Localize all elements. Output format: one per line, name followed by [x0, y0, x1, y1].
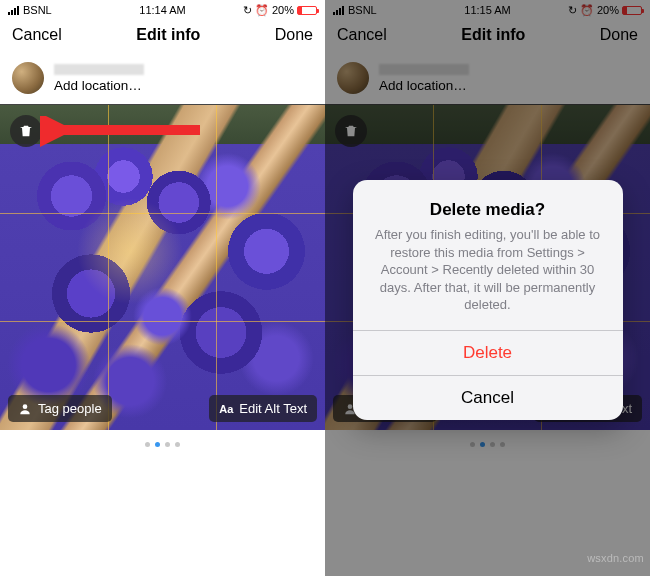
alert-title: Delete media?: [371, 200, 605, 220]
dot-active[interactable]: [155, 442, 160, 447]
cancel-button[interactable]: Cancel: [12, 26, 62, 44]
edit-alt-label: Edit Alt Text: [239, 401, 307, 416]
edit-alt-text-button[interactable]: Aa Edit Alt Text: [209, 395, 317, 422]
svg-point-1: [23, 404, 28, 409]
screen-edit-info: BSNL 11:14 AM ↻ ⏰ 20% Cancel Edit info D…: [0, 0, 325, 576]
done-button[interactable]: Done: [275, 26, 313, 44]
alarm-icon: ⏰: [255, 4, 269, 17]
add-location-button[interactable]: Add location…: [54, 78, 313, 93]
delete-media-button[interactable]: [10, 115, 42, 147]
dot[interactable]: [175, 442, 180, 447]
watermark: wsxdn.com: [587, 552, 644, 564]
dot[interactable]: [165, 442, 170, 447]
username-redacted: [54, 64, 144, 75]
status-time: 11:14 AM: [139, 4, 185, 16]
post-header: Add location…: [0, 54, 325, 105]
page-title: Edit info: [136, 26, 200, 44]
person-icon: [18, 402, 32, 416]
nav-bar: Cancel Edit info Done: [0, 18, 325, 54]
tag-people-button[interactable]: Tag people: [8, 395, 112, 422]
alert-cancel-button[interactable]: Cancel: [353, 375, 623, 420]
screen-delete-dialog: BSNL 11:15 AM ↻ ⏰ 20% Cancel Edit info D…: [325, 0, 650, 576]
carrier-label: BSNL: [23, 4, 52, 16]
dot[interactable]: [145, 442, 150, 447]
photo-content: [0, 105, 325, 430]
delete-alert: Delete media? After you finish editing, …: [353, 180, 623, 420]
avatar[interactable]: [12, 62, 44, 94]
alert-delete-button[interactable]: Delete: [353, 330, 623, 375]
signal-icon: [8, 6, 19, 15]
status-bar: BSNL 11:14 AM ↻ ⏰ 20%: [0, 0, 325, 18]
carousel-dots: [0, 430, 325, 459]
two-screenshots: BSNL 11:14 AM ↻ ⏰ 20% Cancel Edit info D…: [0, 0, 650, 576]
aa-icon: Aa: [219, 403, 233, 415]
tag-people-label: Tag people: [38, 401, 102, 416]
battery-pct: 20%: [272, 4, 294, 16]
photo-area[interactable]: Tag people Aa Edit Alt Text: [0, 105, 325, 430]
orientation-lock-icon: ↻: [243, 4, 252, 17]
trash-icon: [18, 123, 34, 139]
alert-message: After you finish editing, you'll be able…: [371, 226, 605, 314]
battery-icon: [297, 6, 317, 15]
